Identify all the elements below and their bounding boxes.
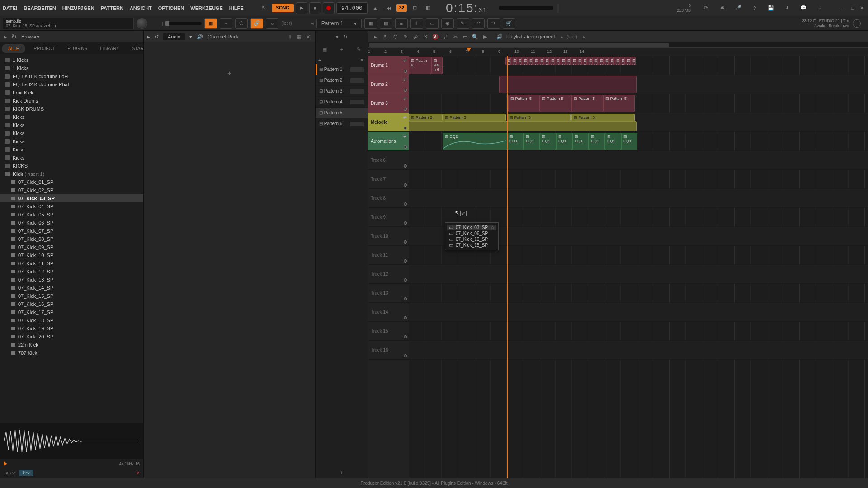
- clip[interactable]: ⊟ EQ1: [524, 133, 540, 150]
- picker-edit-icon[interactable]: ✎: [357, 47, 361, 52]
- pattern-item[interactable]: ⊟ Pattern 1: [316, 64, 368, 75]
- menu-pattern[interactable]: PATTERN: [101, 5, 123, 11]
- pl-draw-icon[interactable]: ✎: [401, 33, 410, 41]
- menu-file[interactable]: DATEI: [3, 5, 17, 11]
- browser-tree[interactable]: 1 Kicks1 KicksEQ-Bs01 Kickdrums LoFiEQ-B…: [0, 54, 143, 423]
- browser-sample[interactable]: 07_Kick_13_SP: [0, 276, 143, 284]
- rack-close-icon[interactable]: ✕: [304, 33, 311, 40]
- clip[interactable]: ⊟ EQ1: [589, 133, 605, 150]
- song-mode-button[interactable]: SONG: [272, 4, 294, 12]
- time-display[interactable]: 0:15:31: [446, 0, 487, 15]
- browser-folder[interactable]: Kicks: [0, 137, 143, 145]
- save-icon[interactable]: 💾: [765, 3, 777, 13]
- help-icon[interactable]: ?: [749, 3, 760, 13]
- browser-folder-open[interactable]: Kick (Insert 1): [0, 170, 143, 178]
- master-volume[interactable]: [557, 4, 559, 13]
- tags-close-icon[interactable]: ✕: [136, 471, 140, 475]
- rack-group-select[interactable]: Audio: [163, 33, 185, 40]
- clip[interactable]: ⊟ Pattern 3: [507, 114, 571, 121]
- clip[interactable]: ⊟ Pa…n 1: [609, 57, 614, 65]
- pattern-item[interactable]: ⊟ Pattern 3: [316, 86, 368, 97]
- track-lane[interactable]: [409, 322, 868, 341]
- browser-sample[interactable]: 07_Kick_12_SP: [0, 267, 143, 276]
- browser-folder[interactable]: Kicks: [0, 121, 143, 129]
- clip[interactable]: ⊟ Pa…n 1: [554, 57, 560, 65]
- browser-tab-project[interactable]: PROJECT: [27, 44, 61, 53]
- clip[interactable]: ⊟ EQ1: [507, 133, 524, 150]
- track-lane[interactable]: ⊟ Pattern 2⊟ Pattern 3⊟ Pattern 3⊟ Patte…: [409, 113, 868, 132]
- browser-sample[interactable]: 07_Kick_19_SP: [0, 324, 143, 333]
- clip[interactable]: ⊟ Pattern 3: [443, 114, 506, 121]
- add-channel-button[interactable]: +: [227, 70, 231, 78]
- clip[interactable]: ⊟ EQ2: [443, 133, 507, 150]
- track-lane[interactable]: [409, 151, 868, 170]
- track-header[interactable]: Track 7: [368, 170, 409, 189]
- clip[interactable]: ⊟ Pa…n 1: [549, 57, 554, 65]
- track-header[interactable]: Melodie⇄: [368, 113, 409, 132]
- clip[interactable]: ⊟ Pa…n 1: [625, 57, 630, 65]
- clip[interactable]: ⊟ Pattern 5: [540, 95, 571, 112]
- browser-folder[interactable]: KICKS: [0, 162, 143, 170]
- close-button[interactable]: ✕: [858, 5, 865, 12]
- browser-sample[interactable]: 07_Kick_17_SP: [0, 308, 143, 316]
- pl-select-icon[interactable]: ▭: [461, 33, 469, 41]
- browser-sample[interactable]: 22in Kick: [0, 341, 143, 349]
- track-header[interactable]: Track 15: [368, 322, 409, 341]
- rack-back-icon[interactable]: ↺: [155, 34, 159, 40]
- mic2-icon[interactable]: ○: [266, 18, 278, 29]
- picker-view-icon[interactable]: ▦: [322, 47, 327, 52]
- clip[interactable]: ⊟ Pa…n 1: [603, 57, 609, 65]
- pl-mute-icon[interactable]: 🔇: [431, 33, 439, 41]
- countdown-icon[interactable]: ⊞: [409, 3, 420, 13]
- track-header[interactable]: Track 13: [368, 284, 409, 303]
- browser-sample[interactable]: 07_Kick_05_SP: [0, 211, 143, 219]
- menu-edit[interactable]: BEARBEITEN: [24, 5, 56, 11]
- mic-icon[interactable]: 🎤: [732, 3, 744, 13]
- globe-icon[interactable]: [853, 19, 861, 28]
- playlist-ruler[interactable]: 1234567891011121314: [368, 48, 868, 56]
- track-lane[interactable]: ⊟ Pa…n 6⊟ Pa…n 6⊟ Pa…n 1⊟ Pa…n 1⊟ Pa…n 1…: [409, 56, 868, 75]
- pl-menu-icon[interactable]: ▸: [372, 33, 380, 41]
- browser-tab-all[interactable]: ALLE: [2, 44, 25, 53]
- track-header[interactable]: Track 10: [368, 227, 409, 246]
- browser-folder[interactable]: KICK DRUMS: [0, 105, 143, 113]
- clip[interactable]: ⊟ Pattern 5: [603, 95, 635, 112]
- browser-sample[interactable]: 07_Kick_11_SP: [0, 259, 143, 267]
- clip[interactable]: ⊟ Pa…n 1: [571, 57, 576, 65]
- pattern-item[interactable]: ⊟ Pattern 6: [316, 118, 368, 129]
- clip[interactable]: ⊟ EQ1: [540, 133, 556, 150]
- clip[interactable]: ⊟ Pa…n 1: [598, 57, 603, 65]
- menu-options[interactable]: OPTIONEN: [158, 5, 184, 11]
- clip[interactable]: ⊟ Pa…n 1: [533, 57, 538, 65]
- clip[interactable]: ⊟ Pa…n 6: [409, 57, 431, 74]
- view-piano-icon[interactable]: ▤: [380, 18, 392, 29]
- preview-play-button[interactable]: [4, 461, 7, 466]
- playlist-h-scrollbar[interactable]: [368, 42, 868, 48]
- clip[interactable]: [499, 76, 637, 93]
- browser-sample[interactable]: 07_Kick_18_SP: [0, 316, 143, 324]
- browser-sample[interactable]: 07_Kick_06_SP: [0, 219, 143, 227]
- clip[interactable]: ⊟ Pattern 3: [571, 114, 635, 121]
- browser-folder[interactable]: Kick Drums: [0, 97, 143, 105]
- view-plugin-icon[interactable]: ◉: [441, 18, 454, 29]
- bpm-display[interactable]: 94.000: [336, 2, 368, 14]
- browser-folder[interactable]: 1 Kicks: [0, 64, 143, 72]
- clip[interactable]: ⊟ Pattern 2: [409, 114, 443, 121]
- clip[interactable]: ⊟ Pa…n 6: [431, 57, 443, 74]
- loop-icon[interactable]: ◧: [422, 3, 434, 13]
- clip[interactable]: ⊟ EQ1: [605, 133, 621, 150]
- track-header[interactable]: Drums 2⇄: [368, 75, 409, 94]
- browser-folder[interactable]: EQ-Bs01 Kickdrums LoFi: [0, 72, 143, 80]
- clip[interactable]: ⊟ Pa…n 1: [565, 57, 571, 65]
- download-icon[interactable]: ⤓: [814, 3, 826, 13]
- pattern-item[interactable]: ⊟ Pattern 2: [316, 75, 368, 86]
- track-lane[interactable]: [409, 303, 868, 322]
- menu-add[interactable]: HINZUFüGEN: [62, 5, 94, 11]
- clip[interactable]: ⊟ Pa…n 1: [560, 57, 565, 65]
- track-header[interactable]: Track 12: [368, 265, 409, 284]
- clip[interactable]: ⊟ Pa…n 1: [516, 57, 522, 65]
- clip[interactable]: ⊟ EQ1: [556, 133, 572, 150]
- picker-x-icon[interactable]: ✕: [360, 57, 364, 63]
- clip[interactable]: ⊟ Pa…n 1: [619, 57, 625, 65]
- main-volume-knob[interactable]: [137, 18, 147, 29]
